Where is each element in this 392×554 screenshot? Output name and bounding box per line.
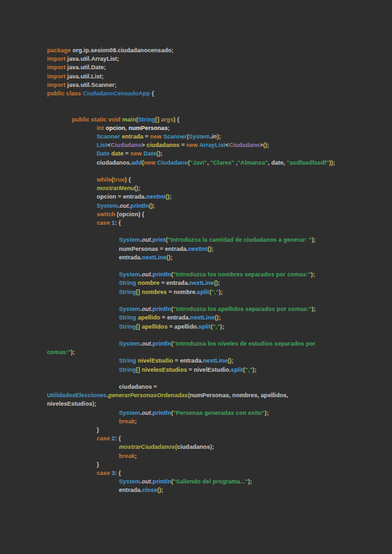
code-token: out	[142, 306, 151, 312]
code-line	[47, 167, 351, 176]
code-token: print	[153, 236, 166, 243]
code-token: main	[122, 116, 136, 123]
code-token: , date,	[268, 159, 287, 166]
code-token: ;	[314, 236, 316, 243]
code-token: nextLine	[142, 254, 166, 261]
code-line: UtilidadesElecciones.generarPersonasOrde…	[47, 391, 351, 400]
code-token: ;	[170, 193, 172, 200]
code-token: System	[189, 133, 210, 140]
code-token: println	[153, 306, 171, 312]
code-line: ciudadanos.add(new Ciudadano("Javi", "Cl…	[47, 159, 351, 167]
code-token: nombre	[138, 280, 159, 286]
code-token: out	[142, 478, 151, 485]
code-token: package	[47, 47, 71, 54]
code-token: comas:"	[47, 349, 71, 355]
code-token: Date	[144, 150, 157, 157]
code-line: String[] nombres = nombre.split(",");	[47, 288, 351, 297]
code-token: Ciudadano	[157, 159, 188, 166]
code-token: nivelesEstudios	[142, 367, 187, 373]
code-token: import	[47, 73, 65, 80]
code-line: System.out.println("Introduzca los apell…	[47, 305, 351, 314]
code-token: ;	[139, 185, 140, 191]
code-token: Scanner	[163, 133, 187, 140]
code-token: "Saliendo del programa..."	[173, 478, 248, 485]
code-token: "Introduzca los nombres separados por co…	[173, 271, 311, 278]
code-token: numPersonas = entrada.	[119, 246, 188, 252]
code-token: nextInt	[146, 193, 166, 200]
code-token: ;	[250, 478, 252, 485]
code-line: ciudadanos =	[47, 383, 351, 391]
code-line: mostrarMenu();	[47, 184, 351, 193]
code-line: while(true) {	[47, 176, 351, 184]
code-token: import	[47, 82, 65, 88]
code-token: import	[47, 64, 65, 71]
code-line: case 3: {	[47, 469, 351, 478]
code-token: println	[153, 340, 171, 347]
code-line: String[] nivelesEstudios = nivelEstudio.…	[47, 366, 351, 374]
code-line: System.out.print("Introduzca la cantidad…	[47, 236, 351, 244]
code-token: new	[130, 150, 142, 157]
code-token: ciudadanos.	[97, 159, 131, 166]
code-line: case 1: {	[47, 219, 351, 227]
code-token: ;	[212, 444, 214, 450]
code-token: UtilidadesElecciones	[47, 392, 106, 399]
code-line: String nombre = entrada.nextLine();	[47, 279, 351, 287]
code-token: nivelEstudio	[138, 357, 173, 364]
code-token: org.ip.sesion08.ciudadanocensado;	[71, 47, 173, 54]
code-token: =	[143, 133, 150, 140]
code-token: = entrada.	[160, 314, 190, 321]
code-token: switch	[97, 211, 115, 218]
code-token: new	[150, 133, 162, 140]
code-token: Date	[97, 150, 110, 157]
code-token: {	[127, 176, 131, 183]
code-token: "Personas generadas con exito"	[173, 410, 265, 416]
code-token: nivelesEstudios	[47, 400, 92, 407]
document-page: package org.ip.sesion08.ciudadanocensado…	[0, 0, 392, 554]
code-line	[47, 262, 351, 270]
code-token: args	[161, 116, 173, 123]
code-line: List<Ciudadano> ciudadanos = new ArrayLi…	[47, 141, 351, 150]
code-token: Ciudadano	[111, 142, 142, 148]
code-token: = nombre.	[167, 289, 197, 295]
code-token: = nivelEstudio.	[187, 367, 231, 373]
code-line: }	[47, 426, 351, 434]
code-line: switch (opcion) {	[47, 210, 351, 219]
code-token: Scanner	[97, 133, 120, 140]
code-token: String	[119, 367, 136, 373]
code-token: ArrayList	[199, 142, 225, 148]
code-token: "Introduzca los apellidos separados por …	[173, 306, 312, 312]
code-token: java.util.List;	[65, 73, 103, 80]
code-token: ;	[153, 203, 155, 209]
code-token: ;	[161, 487, 163, 493]
code-token: ;	[219, 133, 221, 140]
code-line: System.out.println();	[47, 202, 351, 210]
code-token: ;	[221, 289, 223, 295]
code-line: nivelesEstudios);	[47, 400, 351, 408]
code-line: }	[47, 461, 351, 469]
code-token: mostrarMenu	[97, 185, 135, 191]
code-token: ;	[314, 306, 316, 312]
code-token: ","	[211, 289, 218, 295]
code-token: true	[114, 176, 125, 183]
code-line: import java.util.Date;	[47, 63, 351, 72]
code-token: mostrarCiudadanos	[119, 444, 175, 450]
code-token: String	[119, 280, 136, 286]
code-token: java.util.ArrayList;	[65, 56, 119, 62]
code-token: ;	[135, 453, 137, 459]
code-token: ;	[254, 367, 256, 373]
code-token: System	[119, 271, 140, 278]
code-token: split	[199, 323, 211, 330]
code-token: System	[119, 478, 140, 485]
code-token: ;	[168, 125, 170, 131]
code-token: import	[47, 56, 65, 62]
code-token: apellidos	[142, 323, 167, 330]
code-token: ;	[171, 254, 172, 261]
code-line	[47, 331, 351, 340]
code-line	[47, 106, 351, 115]
code-token: int	[97, 125, 104, 131]
code-token: : {	[115, 470, 121, 476]
code-token: ciudadanos	[177, 444, 210, 450]
code-line: numPersonas = entrada.nextInt();	[47, 245, 351, 253]
code-line: public static void main(String[] args) {	[47, 116, 351, 124]
code-block: package org.ip.sesion08.ciudadanocensado…	[47, 46, 351, 495]
